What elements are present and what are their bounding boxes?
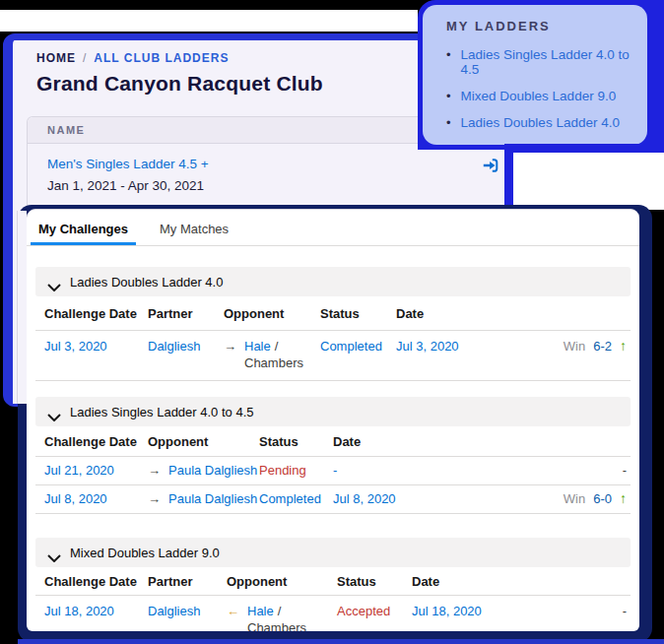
my-ladders-item: • Mixed Doubles Ladder 9.0 — [446, 89, 647, 103]
col-status: Status — [320, 306, 396, 321]
background-page-sliver — [13, 211, 27, 404]
col-status: Status — [337, 574, 412, 589]
tab-my-challenges[interactable]: My Challenges — [31, 216, 136, 245]
section-mixed-doubles: Mixed Doubles Ladder 9.0 Challenge Date … — [35, 538, 631, 631]
opponent-second-name: Chambers — [227, 619, 337, 631]
challenge-date-link[interactable]: Jul 3, 2020 — [44, 339, 107, 354]
opponent-link[interactable]: Paula Dalgliesh — [168, 491, 257, 506]
challenges-table: Challenge Date Opponent Status Date Jul … — [35, 426, 631, 514]
screenshot-canvas: HOME/ALL CLUB LADDERS Grand Canyon Racqu… — [0, 0, 664, 644]
my-ladders-item: • Ladies Singles Ladder 4.0 to 4.5 — [446, 47, 647, 77]
match-date-link[interactable]: - — [333, 463, 337, 478]
col-challenge-date: Challenge Date — [44, 434, 148, 449]
rank-up-arrow-icon: ↑ — [620, 490, 627, 507]
section-title: Ladies Doubles Ladder 4.0 — [70, 275, 223, 290]
col-date: Date — [333, 434, 441, 449]
table-header-row: Challenge Date Partner Opponent Status D… — [35, 296, 631, 331]
challenge-date-link[interactable]: Jul 21, 2020 — [44, 463, 114, 478]
table-row: Jul 18, 2020 Dalgliesh ←Hale/ Chambers A… — [35, 596, 631, 631]
opponent-separator: / — [275, 339, 279, 354]
modal-content: Ladies Doubles Ladder 4.0 Challenge Date… — [27, 267, 639, 631]
match-date-link[interactable]: Jul 18, 2020 — [412, 604, 482, 618]
col-opponent: Opponent — [148, 434, 259, 449]
match-date-link[interactable]: Jul 8, 2020 — [333, 491, 396, 506]
modal-body: My Challenges My Matches Ladies Doubles … — [27, 209, 639, 631]
result-label: Win — [564, 490, 585, 507]
challenges-table: Challenge Date Partner Opponent Status D… — [35, 296, 631, 381]
challenge-direction-arrow-icon: → — [148, 490, 164, 507]
status-text: Completed — [320, 338, 396, 371]
col-opponent: Opponent — [227, 574, 337, 589]
result-cell: - — [505, 603, 631, 631]
bullet-icon: • — [446, 115, 451, 130]
my-ladders-title: MY LADDERS — [446, 19, 647, 33]
tab-bar: My Challenges My Matches — [27, 210, 639, 246]
my-ladders-list: • Ladies Singles Ladder 4.0 to 4.5 • Mix… — [446, 47, 647, 130]
section-header-mixed-doubles[interactable]: Mixed Doubles Ladder 9.0 — [35, 538, 631, 567]
status-text: Completed — [259, 490, 333, 507]
match-date-link[interactable]: Jul 3, 2020 — [396, 339, 459, 354]
tab-my-matches[interactable]: My Matches — [152, 216, 236, 245]
opponent-second-name: Chambers — [224, 354, 320, 371]
chevron-down-icon — [47, 278, 61, 286]
result-cell: Win 6-0 ↑ — [441, 490, 631, 507]
status-text: Accepted — [337, 603, 412, 631]
ladder-link[interactable]: Men's Singles Ladder 4.5 + — [47, 157, 492, 171]
breadcrumb-home-link[interactable]: HOME — [36, 51, 76, 65]
my-ladders-highlight-container: MY LADDERS • Ladies Singles Ladder 4.0 t… — [418, 0, 664, 150]
table-border-line — [17, 211, 18, 404]
opponent-separator: / — [278, 604, 282, 618]
result-label: Win — [564, 338, 585, 354]
breadcrumb-separator: / — [83, 51, 87, 65]
challenge-direction-arrow-icon: → — [224, 338, 239, 354]
col-date: Date — [412, 574, 505, 589]
table-row[interactable]: Men's Singles Ladder 4.5 + Jan 1, 2021 -… — [28, 144, 511, 205]
col-status: Status — [259, 434, 333, 449]
status-text: Pending — [259, 462, 333, 479]
challenge-date-link[interactable]: Jul 18, 2020 — [44, 604, 114, 618]
score-link[interactable]: 6-0 — [593, 490, 612, 507]
challenges-table: Challenge Date Partner Opponent Status D… — [35, 567, 631, 631]
chevron-down-icon — [47, 408, 61, 416]
blank-callout — [513, 153, 664, 210]
score-link[interactable]: 6-2 — [593, 338, 612, 354]
my-ladders-link-mixed[interactable]: Mixed Doubles Ladder 9.0 — [461, 89, 617, 103]
opponent-link[interactable]: Hale — [247, 604, 274, 618]
section-header-ladies-doubles[interactable]: Ladies Doubles Ladder 4.0 — [35, 267, 631, 296]
page-top-strip — [0, 10, 418, 32]
my-ladders-link-singles[interactable]: Ladies Singles Ladder 4.0 to 4.5 — [461, 47, 647, 77]
my-ladders-link-doubles[interactable]: Ladies Doubles Ladder 4.0 — [461, 115, 620, 130]
table-row: Jul 3, 2020 Dalgliesh →Hale/ Chambers Co… — [35, 331, 631, 381]
section-ladies-doubles: Ladies Doubles Ladder 4.0 Challenge Date… — [35, 267, 631, 381]
my-challenges-modal: My Challenges My Matches Ladies Doubles … — [18, 205, 652, 642]
table-row: Jul 21, 2020 →Paula Dalgliesh Pending - … — [35, 457, 631, 485]
partner-link[interactable]: Dalgliesh — [148, 339, 200, 354]
table-row: Jul 8, 2020 →Paula Dalgliesh Completed J… — [35, 485, 631, 514]
table-header-row: Challenge Date Opponent Status Date — [35, 426, 631, 457]
col-date: Date — [396, 306, 490, 321]
section-title: Mixed Doubles Ladder 9.0 — [70, 546, 220, 560]
section-ladies-singles: Ladies Singles Ladder 4.0 to 4.5 Challen… — [35, 397, 631, 514]
opponent-link[interactable]: Hale — [244, 339, 271, 354]
bullet-icon: • — [446, 89, 451, 103]
col-challenge-date: Challenge Date — [44, 306, 148, 321]
section-title: Ladies Singles Ladder 4.0 to 4.5 — [70, 405, 253, 419]
col-partner: Partner — [148, 306, 224, 321]
breadcrumb-all-club-ladders-link[interactable]: ALL CLUB LADDERS — [94, 51, 229, 65]
result-cell: - — [441, 462, 631, 479]
my-ladders-item: • Ladies Doubles Ladder 4.0 — [446, 115, 647, 130]
chevron-down-icon — [47, 548, 61, 556]
col-challenge-date: Challenge Date — [44, 574, 148, 589]
my-ladders-card: MY LADDERS • Ladies Singles Ladder 4.0 t… — [423, 5, 647, 145]
challenge-date-link[interactable]: Jul 8, 2020 — [44, 491, 107, 506]
result-cell: Win 6-2 ↑ — [490, 338, 631, 371]
opponent-link[interactable]: Paula Dalgliesh — [168, 463, 257, 478]
challenge-direction-arrow-icon: ← — [227, 603, 242, 619]
ladder-dates: Jan 1, 2021 - Apr 30, 2021 — [47, 178, 492, 193]
bullet-icon: • — [446, 47, 451, 62]
partner-link[interactable]: Dalgliesh — [148, 604, 200, 618]
empty-result-dash: - — [623, 603, 627, 619]
sign-in-icon[interactable] — [482, 157, 499, 174]
section-header-ladies-singles[interactable]: Ladies Singles Ladder 4.0 to 4.5 — [35, 397, 631, 426]
rank-up-arrow-icon: ↑ — [620, 338, 627, 354]
